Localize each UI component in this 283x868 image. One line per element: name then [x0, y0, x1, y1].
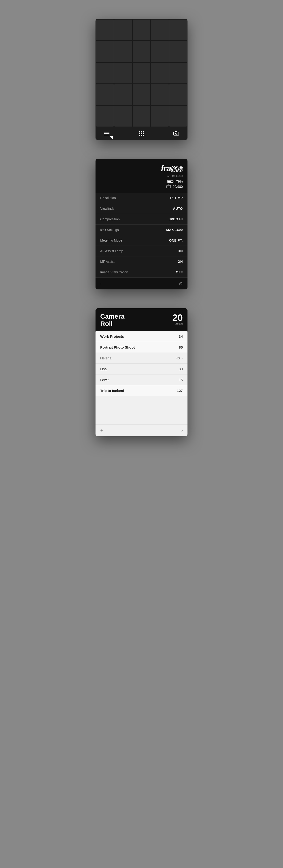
battery-row: 79% — [100, 180, 183, 183]
grid-cell — [114, 41, 132, 62]
roll-item-count-lisa: 30 — [179, 367, 183, 371]
screen-frame-settings: frame s/n : 199-212-28 79% 20/980 Resolu… — [95, 159, 188, 289]
grid-cell — [96, 63, 114, 84]
grid-cell — [151, 63, 168, 84]
roll-item-count-iceland: 127 — [177, 389, 183, 393]
grid-cell — [151, 106, 168, 127]
grid-cell — [96, 41, 114, 62]
roll-item-name-iceland: Trip to Iceland — [100, 389, 124, 393]
grid-cell — [133, 20, 150, 40]
frame-footer: ‹ ⊙ — [95, 278, 188, 289]
grid-cell — [96, 106, 114, 127]
grid-cell — [169, 84, 187, 105]
grid-cell — [169, 20, 187, 40]
roll-item-portrait[interactable]: Portrait Photo Shoot 85 — [95, 342, 188, 353]
settings-row-metering[interactable]: Metering Mode ONE PT. — [95, 235, 188, 246]
roll-item-name-portrait: Portrait Photo Shoot — [100, 345, 135, 349]
camera-count: 20/980 — [173, 185, 183, 189]
photo-grid — [95, 19, 188, 127]
grid-cell — [114, 63, 132, 84]
settings-list: Resolution 15.1 MP Viewfinder AUTO Compr… — [95, 193, 188, 278]
logo-text-normal: fra — [161, 163, 171, 174]
settings-row-compression[interactable]: Compression JPEG HI — [95, 214, 188, 225]
add-album-button[interactable]: + — [100, 427, 103, 433]
roll-item-iceland[interactable]: Trip to Iceland 127 — [95, 385, 188, 396]
screen-grid-view — [95, 19, 188, 140]
screen-camera-roll: Camera Roll 20 20/960 Work Projects 34 P… — [95, 308, 188, 436]
settings-gear-button[interactable]: ⊙ — [179, 281, 183, 286]
settings-row-af-assist[interactable]: AF Assist Lamp ON — [95, 246, 188, 256]
settings-row-iso[interactable]: ISO Settings MAX 1600 — [95, 225, 188, 235]
battery-fill — [168, 181, 171, 182]
grid-cell — [151, 20, 168, 40]
settings-label-stabilization: Image Stabilization — [100, 270, 128, 274]
roll-item-helena[interactable]: Helena 40 › — [95, 353, 188, 364]
grid-cell — [114, 106, 132, 127]
settings-value-mf-assist: ON — [177, 260, 183, 264]
roll-title: Camera Roll — [100, 313, 124, 328]
battery-tip — [174, 181, 174, 182]
roll-item-name-helena: Helena — [100, 356, 112, 360]
settings-value-compression: JPEG HI — [169, 217, 183, 221]
hamburger-icon — [104, 132, 109, 135]
next-button[interactable]: › — [181, 428, 183, 433]
settings-value-viewfinder: AUTO — [173, 207, 183, 211]
roll-list: Work Projects 34 Portrait Photo Shoot 85… — [95, 331, 188, 436]
roll-item-right-helena: 40 › — [176, 356, 183, 360]
settings-label-af-assist: AF Assist Lamp — [100, 249, 123, 253]
roll-item-right-lewis: 15 — [179, 378, 183, 382]
serial-number: s/n : 199-212-28 — [100, 175, 183, 177]
roll-item-right-iceland: 127 — [177, 389, 183, 393]
roll-item-name-work-projects: Work Projects — [100, 334, 124, 338]
settings-label-resolution: Resolution — [100, 196, 116, 200]
roll-item-lewis[interactable]: Lewis 15 — [95, 374, 188, 385]
camera-button[interactable] — [172, 129, 180, 138]
roll-item-lisa[interactable]: Lisa 30 — [95, 364, 188, 374]
roll-item-name-lisa: Lisa — [100, 367, 107, 371]
menu-corner-tag — [110, 136, 113, 139]
roll-footer: + › — [95, 425, 188, 436]
roll-item-work-projects[interactable]: Work Projects 34 — [95, 331, 188, 342]
roll-item-count-work-projects: 34 — [179, 334, 183, 338]
logo-text-outline: me — [171, 163, 183, 174]
roll-item-count-helena: 40 — [176, 356, 180, 360]
grid-cell — [151, 84, 168, 105]
grid-cell — [114, 84, 132, 105]
grid-cell — [133, 106, 150, 127]
grid-icon — [139, 131, 144, 136]
settings-label-compression: Compression — [100, 217, 119, 221]
logo-row: frame — [100, 163, 183, 174]
settings-row-viewfinder[interactable]: Viewfinder AUTO — [95, 204, 188, 214]
roll-header: Camera Roll 20 20/960 — [95, 308, 188, 331]
settings-row-stabilization[interactable]: Image Stabilization OFF — [95, 267, 188, 278]
roll-title-line2: Roll — [100, 320, 124, 328]
roll-count-wrap: 20 20/960 — [172, 313, 183, 325]
roll-title-line1: Camera — [100, 313, 124, 320]
settings-value-af-assist: ON — [177, 249, 183, 253]
grid-cell — [133, 63, 150, 84]
grid-cell — [96, 84, 114, 105]
battery-icon — [167, 180, 174, 183]
grid-cell — [169, 63, 187, 84]
grid-cell — [169, 106, 187, 127]
grid-cell — [169, 41, 187, 62]
settings-value-metering: ONE PT. — [169, 239, 183, 242]
roll-item-right-work-projects: 34 — [179, 334, 183, 338]
frame-logo: frame — [161, 163, 183, 174]
frame-header: frame s/n : 199-212-28 79% 20/980 — [95, 159, 188, 193]
menu-button[interactable] — [103, 129, 111, 138]
settings-label-viewfinder: Viewfinder — [100, 207, 116, 211]
bottom-toolbar — [95, 127, 188, 140]
roll-item-right-lisa: 30 — [179, 367, 183, 371]
back-button[interactable]: ‹ — [100, 281, 102, 286]
settings-row-resolution[interactable]: Resolution 15.1 MP — [95, 193, 188, 204]
chevron-right-icon: › — [181, 356, 183, 360]
grid-cell — [114, 20, 132, 40]
settings-row-mf-assist[interactable]: MF Assist ON — [95, 256, 188, 267]
grid-cell — [151, 41, 168, 62]
roll-item-right-portrait: 85 — [179, 345, 183, 349]
grid-view-button[interactable] — [137, 129, 146, 138]
small-camera-icon — [167, 185, 171, 188]
settings-label-iso: ISO Settings — [100, 228, 119, 232]
settings-label-mf-assist: MF Assist — [100, 260, 115, 264]
